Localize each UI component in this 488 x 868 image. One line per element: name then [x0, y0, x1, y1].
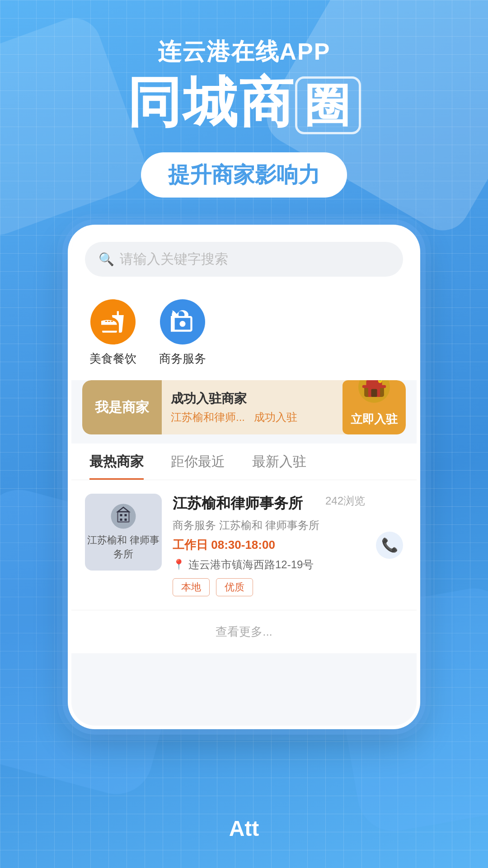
business-icon — [171, 310, 194, 334]
svg-rect-10 — [120, 514, 122, 516]
merchant-banner-content: 成功入驻商家 江苏榆和律师... 成功入驻 — [162, 390, 343, 425]
tagline-text: 提升商家影响力 — [168, 163, 320, 187]
merchant-banner-title: 成功入驻商家 — [171, 390, 333, 407]
location-icon: 📍 — [173, 559, 185, 571]
main-title-part1: 同城商 — [127, 72, 295, 132]
page: 连云港在线APP 同城商圈 提升商家影响力 🔍 请输入关键字搜索 — [0, 0, 488, 868]
tab-nearest[interactable]: 距你最近 — [171, 453, 225, 480]
merchant-banner-sub: 江苏榆和律师... 成功入驻 — [171, 410, 333, 425]
tag-quality: 优质 — [216, 578, 253, 596]
food-label: 美食餐饮 — [89, 351, 136, 367]
tabs-section: 最热商家 距你最近 最新入驻 — [71, 443, 417, 480]
phone-icon: 📞 — [381, 537, 398, 553]
main-title-boxed: 圈 — [295, 76, 361, 134]
shop-icon-wrap — [358, 380, 390, 405]
search-input-wrap[interactable]: 🔍 请输入关键字搜索 — [85, 242, 403, 277]
business-name: 江苏榆和律师事务所 — [173, 494, 303, 514]
tagline-badge: 提升商家影响力 — [141, 152, 347, 198]
business-icon-bg — [160, 299, 205, 344]
business-logo: 江苏榆和 律师事务所 — [85, 494, 162, 571]
phone-mockup: 🔍 请输入关键字搜索 美食餐饮 — [68, 225, 420, 729]
business-address: 📍 连云港市镇海西路12-19号 — [173, 557, 365, 572]
category-food[interactable]: 美食餐饮 — [89, 299, 136, 367]
svg-rect-6 — [371, 389, 377, 397]
business-header: 江苏榆和律师事务所 242浏览 — [173, 494, 365, 514]
business-logo-icon — [110, 503, 137, 530]
tab-newest[interactable]: 最新入驻 — [252, 453, 306, 480]
view-count: 242浏览 — [325, 494, 365, 508]
business-label: 商务服务 — [159, 351, 206, 367]
app-subtitle: 连云港在线APP — [0, 36, 488, 68]
food-icon — [101, 310, 125, 334]
see-more-text: 查看更多... — [216, 625, 272, 638]
merchant-banner-tag: 我是商家 — [82, 380, 162, 434]
search-bar: 🔍 请输入关键字搜索 — [71, 228, 417, 286]
address-text: 连云港市镇海西路12-19号 — [188, 557, 314, 572]
merchant-banner[interactable]: 我是商家 成功入驻商家 江苏榆和律师... 成功入驻 — [82, 380, 406, 434]
tab-hottest[interactable]: 最热商家 — [89, 453, 144, 480]
att-label: Att — [229, 816, 259, 840]
business-list: 江苏榆和 律师事务所 江苏榆和律师事务所 242浏览 商务服务 江苏榆和 律师事… — [71, 480, 417, 610]
categories-section: 美食餐饮 商务服务 — [71, 286, 417, 380]
search-icon: 🔍 — [99, 252, 114, 267]
tag-local: 本地 — [173, 578, 210, 596]
header-section: 连云港在线APP 同城商圈 提升商家影响力 — [0, 0, 488, 198]
business-tags: 本地 优质 — [173, 578, 365, 596]
business-info: 江苏榆和律师事务所 242浏览 商务服务 江苏榆和 律师事务所 工作日 08:3… — [173, 494, 365, 596]
svg-rect-13 — [125, 519, 127, 521]
join-btn-label: 立即入驻 — [351, 411, 398, 427]
business-logo-text: 江苏榆和 律师事务所 — [85, 533, 162, 561]
business-hours: 工作日 08:30-18:00 — [173, 537, 365, 553]
phone-inner: 🔍 请输入关键字搜索 美食餐饮 — [71, 228, 417, 726]
see-more[interactable]: 查看更多... — [71, 610, 417, 653]
phone-call-button[interactable]: 📞 — [376, 532, 403, 559]
category-business[interactable]: 商务服务 — [159, 299, 206, 367]
bottom-text: Att — [0, 816, 488, 841]
search-placeholder: 请输入关键字搜索 — [120, 250, 228, 269]
svg-rect-12 — [120, 519, 122, 521]
svg-point-0 — [180, 321, 186, 327]
merchant-join-button[interactable]: 立即入驻 — [343, 380, 406, 434]
shop-icon — [358, 380, 390, 403]
food-icon-bg — [90, 299, 136, 344]
merchant-status: 成功入驻 — [254, 410, 297, 425]
app-main-title: 同城商圈 — [0, 72, 488, 134]
business-card[interactable]: 江苏榆和 律师事务所 江苏榆和律师事务所 242浏览 商务服务 江苏榆和 律师事… — [85, 494, 403, 596]
svg-rect-11 — [125, 514, 127, 516]
svg-rect-5 — [362, 385, 386, 388]
business-desc: 商务服务 江苏榆和 律师事务所 — [173, 518, 365, 533]
merchant-name-preview: 江苏榆和律师... — [171, 410, 245, 425]
